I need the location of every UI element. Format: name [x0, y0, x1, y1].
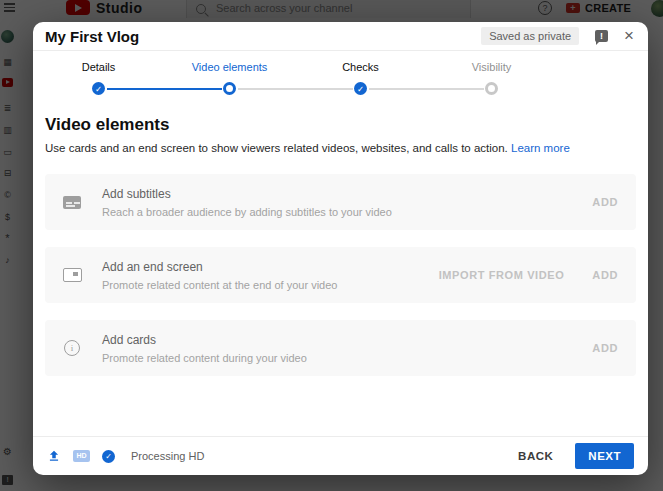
row-description: Promote related content during your vide…	[102, 352, 592, 364]
add-cards-button[interactable]: ADD	[592, 342, 618, 354]
step-video-elements[interactable]: Video elements	[164, 61, 295, 95]
row-title: Add an end screen	[102, 260, 439, 274]
close-icon[interactable]	[624, 28, 634, 44]
upload-stepper: Details Video elements Checks Visibility	[33, 61, 557, 95]
step-todo-icon	[485, 82, 498, 95]
page-description: Use cards and an end screen to show view…	[45, 142, 636, 154]
row-title: Add subtitles	[102, 187, 592, 201]
page-title: Video elements	[45, 115, 636, 135]
next-button[interactable]: NEXT	[575, 443, 634, 469]
step-checks[interactable]: Checks	[295, 61, 426, 95]
video-title: My First Vlog	[45, 28, 139, 45]
youtube-studio-screen: Studio Search across your channel CREATE…	[0, 0, 663, 491]
processing-status: Processing HD	[131, 450, 204, 462]
upload-dialog: My First Vlog Saved as private Details V…	[33, 22, 648, 475]
hd-badge: HD	[73, 450, 90, 462]
step-visibility[interactable]: Visibility	[426, 61, 557, 95]
add-end-screen-button[interactable]: ADD	[592, 269, 618, 281]
step-current-icon	[223, 82, 236, 95]
row-title: Add cards	[102, 333, 592, 347]
add-end-screen-row: Add an end screen Promote related conten…	[45, 247, 636, 303]
step-check-icon	[92, 82, 105, 95]
import-from-video-button[interactable]: IMPORT FROM VIDEO	[439, 269, 565, 281]
info-circle-icon	[64, 340, 80, 356]
end-screen-icon	[63, 268, 82, 282]
video-element-rows: Add subtitles Reach a broader audience b…	[45, 174, 636, 376]
saved-status-badge: Saved as private	[481, 27, 579, 45]
add-cards-row: Add cards Promote related content during…	[45, 320, 636, 376]
dialog-footer: HD Processing HD BACK NEXT	[33, 436, 648, 475]
upload-icon	[47, 449, 61, 463]
step-details[interactable]: Details	[33, 61, 164, 95]
add-subtitles-row: Add subtitles Reach a broader audience b…	[45, 174, 636, 230]
row-description: Reach a broader audience by adding subti…	[102, 206, 592, 218]
step-check-icon	[354, 82, 367, 95]
learn-more-link[interactable]: Learn more	[511, 142, 570, 154]
back-button[interactable]: BACK	[518, 450, 553, 462]
add-subtitles-button[interactable]: ADD	[592, 196, 618, 208]
subtitles-icon	[63, 196, 81, 209]
feedback-icon[interactable]	[595, 30, 608, 42]
row-description: Promote related content at the end of yo…	[102, 279, 439, 291]
dialog-header: My First Vlog Saved as private	[33, 22, 648, 51]
check-circle-icon	[102, 450, 115, 463]
